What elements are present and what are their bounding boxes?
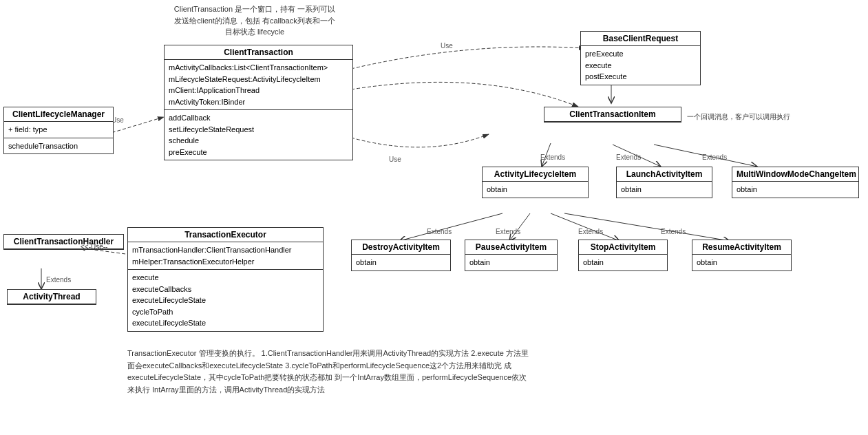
svg-text:Extends: Extends — [616, 153, 641, 161]
client-transaction-box: ClientTransaction mActivityCallbacks:Lis… — [164, 45, 353, 160]
svg-text:Use: Use — [389, 156, 401, 163]
svg-text:Extends: Extends — [496, 228, 520, 235]
svg-line-6 — [542, 143, 551, 167]
client-lifecycle-manager-fields: + field: type — [4, 122, 113, 138]
client-transaction-fields: mActivityCallbacks:List<ClientTransactio… — [165, 60, 352, 110]
svg-text:Extends: Extends — [661, 228, 686, 235]
pause-activity-item-title: PauseActivityItem — [465, 240, 557, 255]
launch-activity-item-box: LaunchActivityItem obtain — [616, 167, 712, 198]
launch-activity-item-methods: obtain — [617, 182, 712, 198]
field-type: + field: type — [8, 124, 109, 136]
svg-text:Extends: Extends — [578, 228, 603, 235]
stop-activity-item-box: StopActivityItem obtain — [578, 240, 668, 271]
svg-text:Extends: Extends — [46, 276, 71, 284]
client-transaction-item-annotation: 一个回调消息，客户可以调用执行 — [687, 112, 790, 122]
pause-activity-item-box: PauseActivityItem obtain — [465, 240, 558, 271]
multi-window-mode-change-item-box: MultiWindowModeChangeItem obtain — [732, 167, 859, 198]
base-client-request-box: BaseClientRequest preExecute execute pos… — [580, 31, 701, 85]
svg-text:Extends: Extends — [702, 153, 727, 161]
svg-line-14 — [509, 213, 530, 241]
svg-line-8 — [613, 145, 661, 167]
svg-text:Extends: Extends — [540, 153, 565, 161]
multi-window-mode-change-item-methods: obtain — [732, 182, 858, 198]
transaction-executor-title: TransactionExecutor — [128, 228, 323, 242]
diagram-container: ClientTransaction (dashed) --> Use Clien… — [0, 0, 868, 435]
use-label-executor: <<-Use-- — [81, 242, 107, 252]
schedule-transaction-method: scheduleTransaction — [8, 140, 109, 152]
activity-lifecycle-item-box: ActivityLifecycleItem obtain — [482, 167, 589, 198]
activity-thread-title: ActivityThread — [8, 290, 96, 304]
multi-window-mode-change-item-title: MultiWindowModeChangeItem — [732, 167, 858, 182]
svg-text:Use: Use — [441, 42, 453, 50]
svg-line-10 — [654, 145, 757, 167]
activity-lifecycle-item-methods: obtain — [483, 182, 588, 198]
client-transaction-note: ClientTransaction 是一个窗口，持有 一系列可以发送给clien… — [172, 3, 337, 38]
pause-activity-item-methods: obtain — [465, 255, 557, 270]
svg-line-18 — [564, 213, 730, 241]
transaction-executor-fields: mTransactionHandler:ClientTransactionHan… — [128, 242, 323, 270]
activity-thread-box: ActivityThread — [7, 289, 96, 305]
client-transaction-item-title: ClientTransactionItem — [544, 107, 681, 122]
destroy-activity-item-box: DestroyActivityItem obtain — [351, 240, 451, 271]
client-lifecycle-manager-methods: scheduleTransaction — [4, 138, 113, 154]
resume-activity-item-box: ResumeActivityItem obtain — [692, 240, 792, 271]
bottom-note: TransactionExecutor 管理变换的执行。 1.ClientTra… — [127, 348, 533, 396]
stop-activity-item-methods: obtain — [579, 255, 667, 270]
resume-activity-item-title: ResumeActivityItem — [692, 240, 791, 255]
destroy-activity-item-methods: obtain — [352, 255, 450, 270]
client-transaction-methods: addCallback setLifecycleStateRequest sch… — [165, 110, 352, 160]
client-transaction-item-box: ClientTransactionItem — [544, 107, 681, 123]
base-client-request-title: BaseClientRequest — [581, 32, 700, 46]
client-lifecycle-manager-title: ClientLifecycleManager — [4, 107, 113, 122]
svg-line-2 — [107, 117, 164, 134]
launch-activity-item-title: LaunchActivityItem — [617, 167, 712, 182]
transaction-executor-box: TransactionExecutor mTransactionHandler:… — [127, 227, 324, 332]
resume-activity-item-methods: obtain — [692, 255, 791, 270]
transaction-executor-methods: execute executeCallbacks executeLifecycl… — [128, 270, 323, 331]
client-lifecycle-manager-box: ClientLifecycleManager + field: type sch… — [3, 107, 114, 154]
svg-line-16 — [551, 213, 620, 241]
stop-activity-item-title: StopActivityItem — [579, 240, 667, 255]
client-transaction-title: ClientTransaction — [165, 45, 352, 60]
svg-text:Extends: Extends — [427, 228, 452, 235]
destroy-activity-item-title: DestroyActivityItem — [352, 240, 450, 255]
base-client-request-methods: preExecute execute postExecute — [581, 46, 700, 85]
activity-lifecycle-item-title: ActivityLifecycleItem — [483, 167, 588, 182]
svg-line-12 — [399, 213, 502, 241]
